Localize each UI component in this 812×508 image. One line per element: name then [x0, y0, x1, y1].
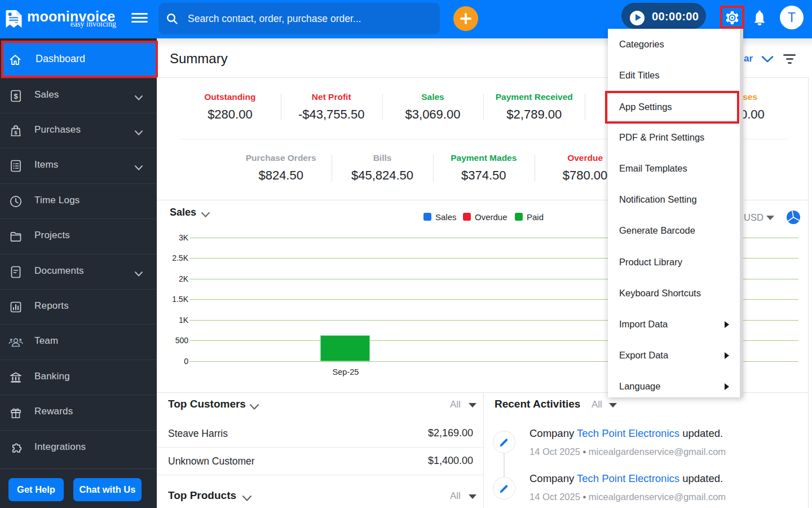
svg-text:$: $ — [14, 91, 18, 100]
svg-text:$: $ — [14, 129, 17, 135]
